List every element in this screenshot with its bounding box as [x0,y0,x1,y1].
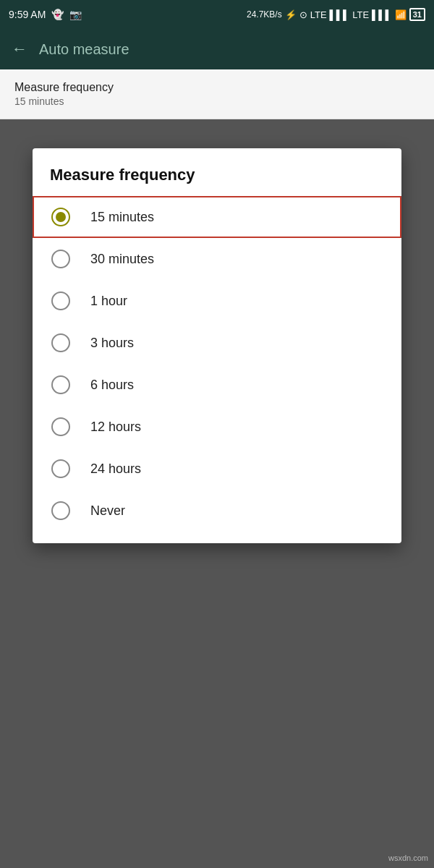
frequency-dialog: Measure frequency 15 minutes30 minutes1 … [33,148,401,543]
radio-label-12hr: 12 hours [90,420,141,435]
radio-option-6hr[interactable]: 6 hours [33,364,401,406]
bluetooth-icon: ⚡ [285,9,297,20]
time-display: 9:59 AM [9,9,46,20]
wifi-icon: 📶 [395,9,407,20]
radio-options-list: 15 minutes30 minutes1 hour3 hours6 hours… [33,196,401,532]
radio-label-24hr: 24 hours [90,461,141,477]
radio-circle-15min [51,208,70,226]
back-button[interactable]: ← [12,40,27,59]
status-right: 24.7KB/s ⚡ ⊙ LTE ▌▌▌ LTE ▌▌▌ 📶 31 [247,8,425,21]
snapchat-icon: 👻 [51,9,64,20]
signal-icon: ▌▌▌ [330,9,350,20]
battery-indicator: 31 [409,8,425,21]
radio-label-3hr: 3 hours [90,336,134,351]
radio-label-15min: 15 minutes [90,210,154,225]
radio-circle-1hr [51,292,70,310]
radio-circle-6hr [51,375,70,394]
alarm-icon: ⊙ [299,9,307,20]
video-icon: 📷 [69,9,82,20]
lte2-icon: LTE [352,9,369,20]
radio-label-30min: 30 minutes [90,252,154,267]
measure-frequency-label: Measure frequency [14,81,420,94]
settings-row[interactable]: Measure frequency 15 minutes [0,69,434,119]
radio-circle-30min [51,250,70,268]
dialog-title: Measure frequency [33,166,401,196]
radio-circle-3hr [51,333,70,352]
radio-circle-24hr [51,459,70,478]
signal2-icon: ▌▌▌ [372,9,392,20]
measure-frequency-value: 15 minutes [14,95,420,107]
radio-option-24hr[interactable]: 24 hours [33,448,401,490]
network-speed: 24.7KB/s [247,9,282,20]
radio-option-12hr[interactable]: 12 hours [33,406,401,448]
radio-label-1hr: 1 hour [90,294,127,309]
top-app-bar: ← Auto measure [0,29,434,69]
status-left: 9:59 AM 👻 📷 [9,9,82,20]
page-title: Auto measure [39,41,129,58]
radio-option-30min[interactable]: 30 minutes [33,238,401,280]
radio-option-3hr[interactable]: 3 hours [33,322,401,364]
dialog-backdrop: Measure frequency 15 minutes30 minutes1 … [0,119,434,868]
radio-option-never[interactable]: Never [33,490,401,532]
radio-label-6hr: 6 hours [90,378,134,393]
radio-circle-12hr [51,417,70,436]
radio-option-15min[interactable]: 15 minutes [33,196,401,238]
radio-circle-never [51,501,70,520]
radio-option-1hr[interactable]: 1 hour [33,280,401,322]
status-bar: 9:59 AM 👻 📷 24.7KB/s ⚡ ⊙ LTE ▌▌▌ LTE ▌▌▌… [0,0,434,29]
radio-label-never: Never [90,503,125,519]
lte-icon: LTE [310,9,327,20]
